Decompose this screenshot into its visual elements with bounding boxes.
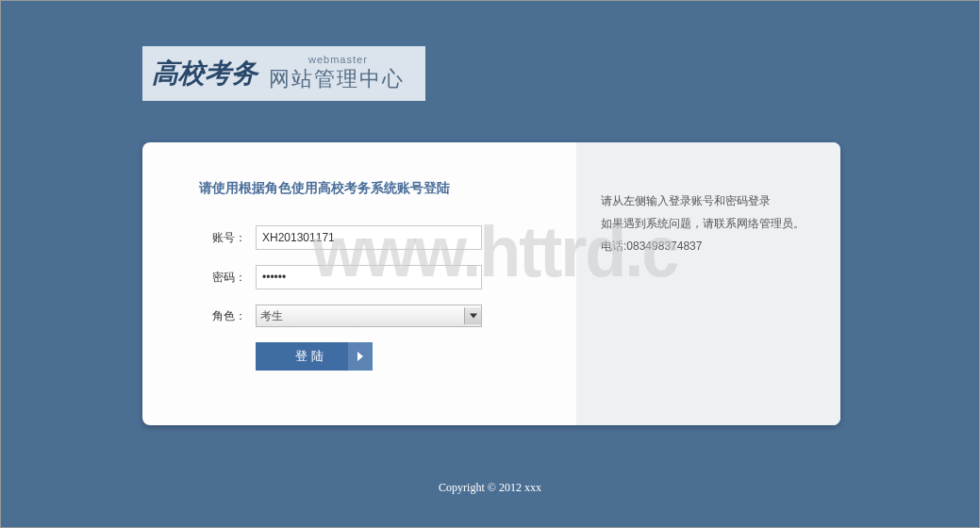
login-button[interactable]: 登 陆 [256,342,373,371]
page-background: 高校考务 webmaster 网站管理中心 请使用根据角色使用高校考务系统账号登… [0,0,980,528]
password-label: 密码： [199,270,246,286]
info-line-1: 请从左侧输入登录账号和密码登录 [601,190,816,212]
role-select[interactable]: 考生 [256,305,482,327]
svg-marker-0 [470,314,477,319]
login-panel: 请使用根据角色使用高校考务系统账号登陆 账号： 密码： 角色： 考生 [142,142,840,425]
login-form-area: 请使用根据角色使用高校考务系统账号登陆 账号： 密码： 角色： 考生 [142,142,576,425]
logo-script: 高校考务 [152,56,257,91]
arrow-right-icon [348,342,373,371]
row-role: 角色： 考生 [199,305,548,327]
info-panel: 请从左侧输入登录账号和密码登录 如果遇到系统问题，请联系网络管理员。 电话:08… [576,142,840,425]
logo-subtitle: 网站管理中心 [269,65,405,93]
svg-marker-1 [357,352,363,361]
logo-right: webmaster 网站管理中心 [269,54,405,93]
account-label: 账号： [199,230,246,246]
info-line-2: 如果遇到系统问题，请联系网络管理员。 [601,212,816,235]
row-account: 账号： [199,225,548,250]
password-input[interactable] [256,265,482,289]
logo-webmaster: webmaster [308,54,368,65]
footer-text: Copyright © 2012 xxx [1,481,979,495]
logo-bar: 高校考务 webmaster 网站管理中心 [142,46,425,101]
role-label: 角色： [199,308,246,324]
chevron-down-icon [464,307,481,324]
login-button-label: 登 陆 [295,348,324,365]
account-input[interactable] [256,225,482,250]
info-line-3: 电话:083498374837 [601,235,816,257]
form-title: 请使用根据角色使用高校考务系统账号登陆 [199,180,548,197]
role-value: 考生 [260,308,283,324]
row-password: 密码： [199,265,548,289]
